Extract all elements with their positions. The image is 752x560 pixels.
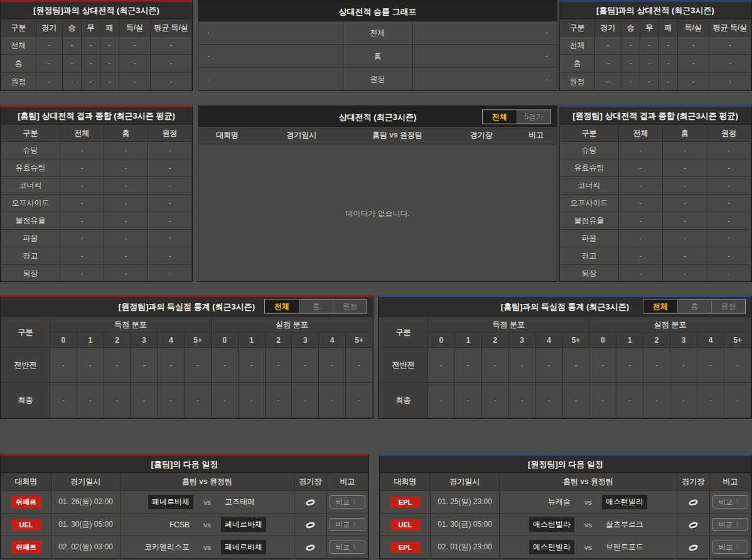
row-label: 코너킥	[560, 177, 619, 195]
tab-home[interactable]: 홈	[677, 300, 711, 313]
bin-header: 5+	[724, 333, 751, 348]
panel-title: [원정팀] 상대전적 결과 종합 (최근3시즌 평균)	[559, 107, 751, 124]
row-label: 파울	[560, 230, 619, 247]
stat-cell: -	[63, 73, 82, 91]
winrate-label: 홈	[343, 45, 413, 67]
stat-cell: -	[151, 73, 192, 91]
stat-cell: -	[148, 230, 192, 247]
schedule-home-table: 대회명 경기일시 홈팀 vs 원정팀 경기장 비고 쉬페르 01. 26(월) …	[1, 473, 368, 559]
stat-cell: -	[619, 159, 663, 177]
tab-home[interactable]: 홈	[299, 300, 333, 313]
stat-cell: -	[724, 348, 751, 383]
panel-h2h-vs-home: [홈팀]과의 상대전적 (최근3시즌) 구분 경기 승 무 패 득/실 평균 득…	[559, 0, 752, 91]
col-header: 홈팀 vs 원정팀	[347, 127, 448, 144]
stat-cell: -	[100, 73, 119, 91]
bin-header: 5+	[185, 333, 212, 348]
stat-cell: -	[104, 159, 148, 177]
col-header: 경기일시	[51, 473, 121, 491]
away-team: 브렌트포드	[602, 540, 647, 554]
away-team: 잘츠부르크	[602, 517, 647, 532]
stat-cell: -	[60, 247, 104, 265]
home-team: 뉴캐슬	[544, 495, 574, 509]
stat-cell: -	[60, 265, 104, 283]
stat-cell: -	[508, 383, 535, 418]
bin-header: 4	[158, 333, 185, 348]
col-header: 대회명	[1, 473, 51, 491]
stadium-icon[interactable]	[305, 498, 316, 507]
stat-cell: -	[621, 36, 640, 55]
compare-button[interactable]: 비교〉	[712, 495, 748, 509]
bin-header: 3	[670, 333, 697, 348]
tab-all[interactable]: 전체	[265, 300, 299, 313]
stat-cell: -	[595, 55, 621, 73]
panel-summary-away: [원정팀] 상대전적 결과 종합 (최근3시즌 평균) 구분 전체 홈 원정 슈…	[559, 105, 752, 282]
stat-cell: -	[185, 383, 212, 418]
stat-cell: -	[60, 230, 104, 247]
stat-cell: -	[60, 195, 104, 212]
bin-header: 3	[508, 333, 535, 348]
stat-cell: -	[77, 383, 104, 418]
vs-label: vs	[193, 544, 221, 551]
stat-cell: -	[481, 348, 508, 383]
h2h-away-table: 구분 경기 승 무 패 득/실 평균 득/실 전체 - - - - - - 홈 …	[1, 19, 192, 91]
stat-cell: -	[454, 383, 481, 418]
stadium-icon[interactable]	[305, 521, 316, 529]
stat-cell: -	[104, 142, 148, 159]
stat-cell: -	[643, 348, 670, 383]
stat-cell: -	[562, 383, 589, 418]
stadium-icon[interactable]	[688, 521, 699, 529]
col-header: 경기	[36, 19, 63, 36]
panel-title: [원정팀]의 다음 일정	[380, 456, 751, 473]
panel-title: [원정팀]과의 득실점 통계 (최근3시즌)	[119, 302, 255, 311]
stat-cell: -	[707, 177, 751, 195]
stat-cell: -	[709, 36, 751, 55]
stat-cell: -	[619, 212, 663, 230]
stat-cell: -	[707, 212, 751, 230]
stadium-icon[interactable]	[688, 498, 699, 507]
compare-button[interactable]: 비교〉	[712, 541, 748, 554]
col-header: 무	[640, 19, 659, 36]
stat-cell: -	[265, 383, 292, 418]
match-datetime: 02. 01(일) 23:00	[431, 536, 500, 559]
vs-label: vs	[193, 498, 221, 506]
panel-title-bar: [홈팀]과의 득실점 통계 (최근3시즌) 전체 홈 원정	[379, 297, 751, 316]
tab-away[interactable]: 원정	[711, 300, 745, 313]
tab-away[interactable]: 원정	[333, 300, 367, 313]
stat-cell: -	[709, 55, 751, 73]
stat-cell: -	[148, 177, 192, 195]
winrate-bar-right: -	[413, 21, 557, 44]
winrate-label: 전체	[343, 21, 413, 44]
tab-all[interactable]: 전체	[483, 110, 517, 124]
panel-goal-stats-vs-away: [원정팀]과의 득실점 통계 (최근3시즌) 전체 홈 원정 구분 득점 분포 …	[0, 295, 373, 419]
tab-5games[interactable]: 5경기	[517, 110, 551, 124]
stadium-icon[interactable]	[305, 544, 316, 552]
panel-h2h-vs-away: [원정팀]과의 상대전적 (최근3시즌) 구분 경기 승 무 패 득/실 평균 …	[0, 0, 193, 91]
stat-cell: -	[77, 348, 104, 383]
panel-title-bar: [원정팀]과의 득실점 통계 (최근3시즌) 전체 홈 원정	[1, 297, 373, 316]
stat-cell: -	[346, 383, 373, 418]
stat-cell: -	[481, 383, 508, 418]
compare-button[interactable]: 비교〉	[712, 518, 748, 531]
row-label: 파울	[1, 230, 60, 247]
compare-button[interactable]: 비교〉	[330, 541, 365, 554]
bin-header: 1	[77, 333, 104, 348]
stat-cell: -	[640, 55, 659, 73]
compare-button[interactable]: 비교〉	[330, 495, 365, 509]
stat-cell: -	[148, 195, 192, 212]
col-header: 비고	[515, 127, 557, 144]
stat-cell: -	[104, 177, 148, 195]
row-label: 전체	[1, 36, 36, 55]
team-matchup: 코카엘리스포 vs 페네르바체	[121, 540, 294, 554]
compare-button[interactable]: 비교〉	[330, 518, 365, 531]
schedule-row: 쉬페르 02. 02(월) 03:00 코카엘리스포 vs 페네르바체 비교〉	[1, 536, 368, 559]
col-header: 구분	[1, 19, 36, 36]
stat-cell: -	[211, 383, 238, 418]
stat-cell: -	[265, 348, 292, 383]
panel-summary-home: [홈팀] 상대전적 결과 종합 (최근3시즌 평균) 구분 전체 홈 원정 슈팅…	[0, 105, 193, 282]
col-header: 경기	[595, 19, 621, 36]
stat-cell: -	[535, 383, 562, 418]
stadium-icon[interactable]	[688, 544, 699, 552]
row-label: 코너킥	[1, 177, 60, 195]
schedule-row: UEL 01. 30(금) 05:00 FCSB vs 페네르바체 비교〉	[1, 514, 368, 536]
tab-all[interactable]: 전체	[643, 300, 677, 313]
